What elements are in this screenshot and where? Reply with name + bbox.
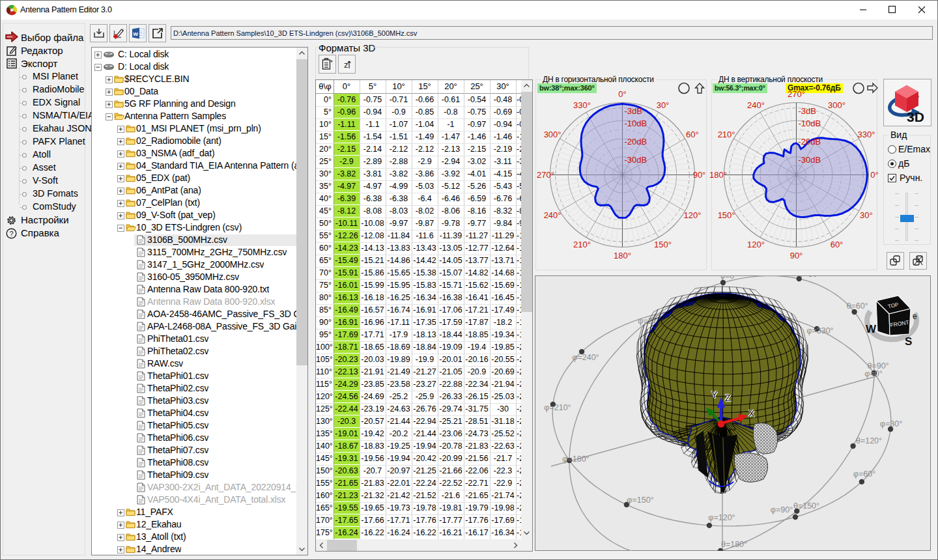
svg-text:120°: 120° bbox=[747, 240, 765, 249]
svg-text:0°: 0° bbox=[870, 170, 878, 180]
svg-text:θ=0°: θ=0° bbox=[720, 275, 737, 281]
svg-text:S: S bbox=[905, 335, 912, 348]
svg-text:φ=330°: φ=330° bbox=[806, 326, 833, 335]
svg-text:θ=30°: θ=30° bbox=[799, 275, 820, 279]
svg-text:φ=150°: φ=150° bbox=[627, 496, 653, 505]
svg-text:60°: 60° bbox=[831, 240, 844, 249]
svg-text:30°: 30° bbox=[860, 210, 873, 220]
svg-text:φ=30°: φ=30° bbox=[880, 419, 902, 428]
svg-text:φ=240°: φ=240° bbox=[572, 353, 599, 362]
svg-text:-3dB: -3dB bbox=[799, 106, 816, 116]
svg-text:φ=180°: φ=180° bbox=[562, 455, 589, 464]
svg-text:θ=150°: θ=150° bbox=[793, 501, 819, 511]
svg-text:φ=60°: φ=60° bbox=[853, 469, 875, 479]
svg-text:W: W bbox=[866, 323, 877, 335]
svg-text:270°: 270° bbox=[788, 89, 805, 99]
svg-text:θ=120°: θ=120° bbox=[856, 436, 882, 445]
svg-text:3D: 3D bbox=[907, 109, 924, 124]
svg-text:φ=0°: φ=0° bbox=[864, 369, 882, 378]
svg-text:-10dB: -10dB bbox=[799, 119, 821, 128]
svg-text:90°: 90° bbox=[790, 251, 803, 260]
svg-text:φ=210°: φ=210° bbox=[544, 403, 571, 412]
svg-text:300°: 300° bbox=[828, 100, 846, 110]
svg-text:240°: 240° bbox=[747, 100, 765, 110]
svg-text:-20dB: -20dB bbox=[799, 137, 821, 147]
svg-text:150°: 150° bbox=[718, 210, 735, 220]
svg-text:Z: Z bbox=[725, 393, 731, 403]
svg-text:-30dB: -30dB bbox=[799, 155, 821, 165]
svg-text:θ=60°: θ=60° bbox=[846, 301, 868, 311]
svg-text:φ=90°: φ=90° bbox=[771, 505, 793, 514]
svg-text:e: e bbox=[913, 312, 917, 321]
svg-text:θ=180°: θ=180° bbox=[721, 540, 747, 549]
svg-text:φ=120°: φ=120° bbox=[708, 513, 735, 522]
svg-text:X: X bbox=[748, 408, 755, 419]
svg-text:180°: 180° bbox=[709, 170, 727, 180]
svg-text:Y: Y bbox=[711, 389, 718, 400]
svg-text:330°: 330° bbox=[857, 130, 875, 139]
svg-text:210°: 210° bbox=[718, 130, 735, 139]
